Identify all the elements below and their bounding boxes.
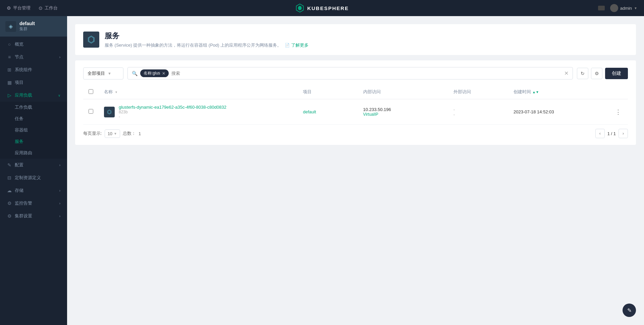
row-project[interactable]: default <box>303 109 316 114</box>
main-content: 服务 服务 (Service) 提供一种抽象的方法，将运行在容器组 (Pod) … <box>67 16 644 325</box>
toolbar: 全部项目 ▼ 🔍 名称:glus ✕ ✕ ↻ ⚙ 创建 <box>83 67 628 79</box>
toolbar-actions: ↻ ⚙ 创建 <box>577 68 628 79</box>
sidebar-item-monitoring[interactable]: ⚙ 监控告警 › <box>0 197 67 210</box>
table-header-row: 名称 ▾ 项目 内部访问 外部访问 创建时间 <box>83 85 628 99</box>
workbench-nav[interactable]: ⊙ 工作台 <box>39 5 58 11</box>
float-button-icon: ✎ <box>627 307 632 314</box>
next-page-button[interactable]: › <box>619 129 628 138</box>
settings-icon: ⚙ <box>595 71 599 76</box>
sidebar-item-nodes[interactable]: ≡ 节点 › <box>0 51 67 63</box>
refresh-button[interactable]: ↻ <box>577 68 588 79</box>
per-page-chevron-icon: ▼ <box>114 132 117 136</box>
service-row-icon <box>104 107 115 117</box>
sidebar-item-app-workloads[interactable]: ▷ 应用负载 ∨ <box>0 89 67 102</box>
sidebar-item-storage-label: 存储 <box>15 187 23 194</box>
user-chevron-icon: ▼ <box>634 6 637 10</box>
kubesphere-logo: KUBESPHERE <box>295 3 349 13</box>
workbench-label: 工作台 <box>45 5 58 11</box>
table-row: glusterfs-dynamic-ea179e62-a35c-4f60-803… <box>83 99 628 125</box>
create-button[interactable]: 创建 <box>605 68 628 79</box>
search-tag-close-icon[interactable]: ✕ <box>162 71 165 76</box>
header-left: ⚙ 平台管理 ⊙ 工作台 <box>7 5 58 11</box>
col-internal-header: 内部访问 <box>358 85 448 99</box>
total-value: 1 <box>139 131 141 136</box>
search-input[interactable] <box>171 71 561 76</box>
search-tag-label: 名称:glus <box>144 70 160 76</box>
service-page-icon <box>86 34 97 45</box>
col-time-header[interactable]: 创建时间 ▲▼ <box>508 85 608 99</box>
row-name-cell: glusterfs-dynamic-ea179e62-a35c-4f60-803… <box>99 99 298 125</box>
cluster-settings-icon: ⚙ <box>7 213 12 219</box>
services-table: 名称 ▾ 项目 内部访问 外部访问 创建时间 <box>83 85 628 125</box>
row-checkbox[interactable] <box>89 109 93 114</box>
row-internal-type: VirtualIP <box>363 112 443 117</box>
platform-mgmt-nav[interactable]: ⚙ 平台管理 <box>7 5 31 11</box>
row-external-dash2: - <box>453 112 503 117</box>
col-internal-label: 内部访问 <box>363 89 381 94</box>
workspace-card[interactable]: ◈ default 集群 <box>0 16 67 37</box>
row-actions-cell: ⋮ <box>608 99 628 125</box>
per-page-select[interactable]: 10 ▼ <box>105 129 120 138</box>
sidebar-item-cluster-settings-label: 集群设置 <box>15 213 32 219</box>
sidebar-sub-item-ingress[interactable]: 应用路由 <box>0 147 67 159</box>
learn-more-link[interactable]: 了解更多 <box>291 43 309 48</box>
sidebar-item-overview[interactable]: ○ 概览 <box>0 38 67 51</box>
page-header-info: 服务 服务 (Service) 提供一种抽象的方法，将运行在容器组 (Pod) … <box>105 31 309 48</box>
service-icon <box>106 109 113 115</box>
ingress-label: 应用路由 <box>15 150 32 156</box>
page-header-icon <box>83 32 99 48</box>
config-chevron-icon: › <box>59 163 60 167</box>
sidebar-item-projects-label: 项目 <box>15 79 23 86</box>
total-label: 总数： <box>123 130 136 137</box>
float-button[interactable]: ✎ <box>623 304 636 317</box>
service-name-tertiary: - <box>119 114 226 119</box>
col-name-label: 名称 <box>104 89 113 94</box>
per-page-label: 每页显示: <box>83 130 102 137</box>
select-all-checkbox[interactable] <box>89 89 93 94</box>
user-name: admin <box>620 6 632 11</box>
sidebar-item-cluster-settings[interactable]: ⚙ 集群设置 › <box>0 210 67 222</box>
settings-button[interactable]: ⚙ <box>591 68 602 79</box>
pods-label: 容器组 <box>15 127 28 133</box>
refresh-icon: ↻ <box>581 71 585 76</box>
search-icon: 🔍 <box>132 71 138 76</box>
col-external-label: 外部访问 <box>453 89 471 94</box>
col-external-header: 外部访问 <box>448 85 508 99</box>
sidebar-item-config-label: 配置 <box>15 162 23 168</box>
user-avatar-icon <box>610 4 618 12</box>
service-name-primary[interactable]: glusterfs-dynamic-ea179e62-a35c-4f60-803… <box>119 105 226 110</box>
monitoring-icon: ⚙ <box>7 201 12 206</box>
sidebar-item-custom-resources[interactable]: ⊟ 定制资源定义 <box>0 171 67 184</box>
row-time-cell: 2023-07-18 14:52:03 <box>508 99 608 125</box>
sidebar-item-overview-label: 概览 <box>15 41 23 47</box>
sidebar-item-config[interactable]: ✎ 配置 › <box>0 159 67 171</box>
nodes-icon: ≡ <box>7 54 12 60</box>
sidebar-item-projects[interactable]: ▦ 项目 <box>0 76 67 89</box>
prev-page-button[interactable]: ‹ <box>595 129 605 138</box>
sidebar-sub-item-services[interactable]: 服务 <box>0 136 67 147</box>
sidebar-sub-item-workloads[interactable]: 工作负载 <box>0 102 67 113</box>
workbench-icon: ⊙ <box>39 5 43 11</box>
sidebar-sub-item-pods[interactable]: 容器组 <box>0 124 67 136</box>
notification-icon[interactable] <box>598 6 605 10</box>
user-menu[interactable]: admin ▼ <box>610 4 637 12</box>
per-page-value: 10 <box>108 131 112 136</box>
project-select[interactable]: 全部项目 ▼ <box>83 67 123 79</box>
sidebar-item-storage[interactable]: ☁ 存储 › <box>0 184 67 197</box>
col-time-label: 创建时间 <box>514 89 531 95</box>
sidebar-item-app-workloads-label: 应用负载 <box>15 92 32 98</box>
row-more-button[interactable]: ⋮ <box>614 107 623 117</box>
table-body: glusterfs-dynamic-ea179e62-a35c-4f60-803… <box>83 99 628 125</box>
col-name-header[interactable]: 名称 ▾ <box>99 85 298 99</box>
row-project-cell: default <box>298 99 358 125</box>
sidebar-item-system-components-label: 系统组件 <box>15 67 32 73</box>
search-clear-icon[interactable]: ✕ <box>564 70 569 76</box>
sidebar-item-system-components[interactable]: ⊞ 系统组件 <box>0 63 67 76</box>
pagination-left: 每页显示: 10 ▼ 总数： 1 <box>83 129 141 138</box>
page-info: 1 / 1 <box>607 131 616 136</box>
top-header: ⚙ 平台管理 ⊙ 工作台 KUBESPHERE admin ▼ <box>0 0 644 16</box>
doc-icon: 📄 <box>285 43 290 48</box>
monitoring-chevron-icon: › <box>59 202 60 205</box>
sidebar-sub-item-jobs[interactable]: 任务 <box>0 113 67 124</box>
projects-icon: ▦ <box>7 80 12 85</box>
